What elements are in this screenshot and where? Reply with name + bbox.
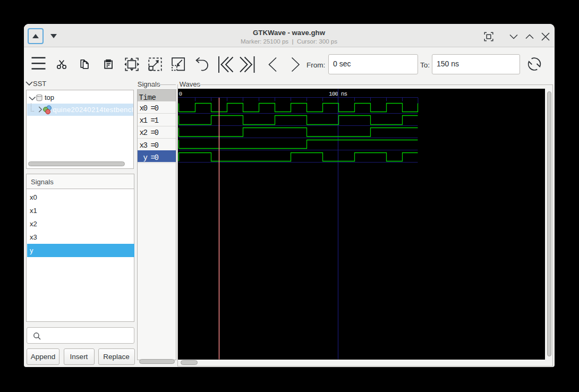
svg-text:0: 0 <box>179 91 182 97</box>
